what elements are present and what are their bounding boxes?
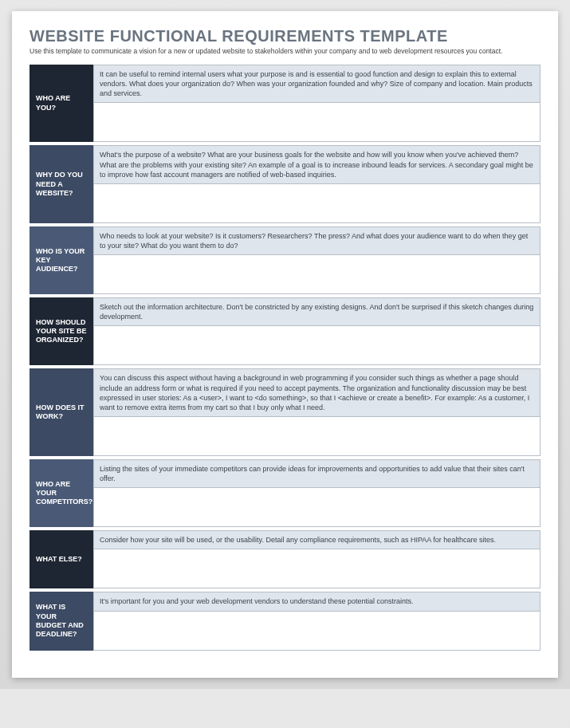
section-hint: It's important for you and your web deve… [94,592,540,611]
section-body: Listing the sites of your immediate comp… [93,459,541,527]
section-row: HOW DOES IT WORK?You can discuss this as… [29,368,541,456]
section-body: Who needs to look at your website? Is it… [93,226,541,294]
section-row: WHAT IS YOUR BUDGET AND DEADLINE?It's im… [29,592,541,650]
section-hint: Consider how your site will be used, or … [94,531,540,549]
section-label: WHO IS YOUR KEY AUDIENCE? [29,226,93,294]
section-label: WHAT IS YOUR BUDGET AND DEADLINE? [29,592,93,650]
section-hint: What's the purpose of a website? What ar… [94,146,540,183]
section-input-area[interactable] [94,184,540,222]
section-hint: It can be useful to remind internal user… [94,65,540,103]
section-hint: Who needs to look at your website? Is it… [94,227,540,255]
page-subtitle: Use this template to communicate a visio… [29,47,541,55]
section-row: HOW SHOULD YOUR SITE BE ORGANIZED?Sketch… [29,297,541,365]
section-row: WHO IS YOUR KEY AUDIENCE?Who needs to lo… [29,226,541,294]
section-input-area[interactable] [94,549,540,588]
section-input-area[interactable] [94,612,540,650]
section-label: WHAT ELSE? [29,530,93,588]
section-label: WHO ARE YOU? [29,65,93,142]
section-row: WHY DO YOU NEED A WEBSITE?What's the pur… [29,145,541,222]
section-input-area[interactable] [94,326,540,364]
section-body: Consider how your site will be used, or … [93,530,541,588]
section-row: WHAT ELSE?Consider how your site will be… [29,530,541,588]
section-hint: Listing the sites of your immediate comp… [94,460,540,488]
section-body: Sketch out the information architecture.… [93,297,541,365]
section-body: You can discuss this aspect without havi… [93,368,541,456]
section-row: WHO ARE YOUR COMPETITORS?Listing the sit… [29,459,541,527]
section-input-area[interactable] [94,103,540,141]
page-title: WEBSITE FUNCTIONAL REQUIREMENTS TEMPLATE [29,27,541,45]
section-body: What's the purpose of a website? What ar… [93,145,541,222]
section-input-area[interactable] [94,255,540,293]
section-label: HOW DOES IT WORK? [29,368,93,456]
section-input-area[interactable] [94,417,540,455]
section-hint: Sketch out the information architecture.… [94,298,540,326]
sections-container: WHO ARE YOU?It can be useful to remind i… [29,65,541,651]
section-body: It can be useful to remind internal user… [93,65,541,142]
section-hint: You can discuss this aspect without havi… [94,369,540,417]
section-label: HOW SHOULD YOUR SITE BE ORGANIZED? [29,297,93,365]
document-sheet: WEBSITE FUNCTIONAL REQUIREMENTS TEMPLATE… [12,11,558,678]
section-body: It's important for you and your web deve… [93,592,541,650]
section-label: WHY DO YOU NEED A WEBSITE? [29,145,93,222]
section-input-area[interactable] [94,488,540,526]
section-label: WHO ARE YOUR COMPETITORS? [29,459,93,527]
section-row: WHO ARE YOU?It can be useful to remind i… [29,65,541,142]
